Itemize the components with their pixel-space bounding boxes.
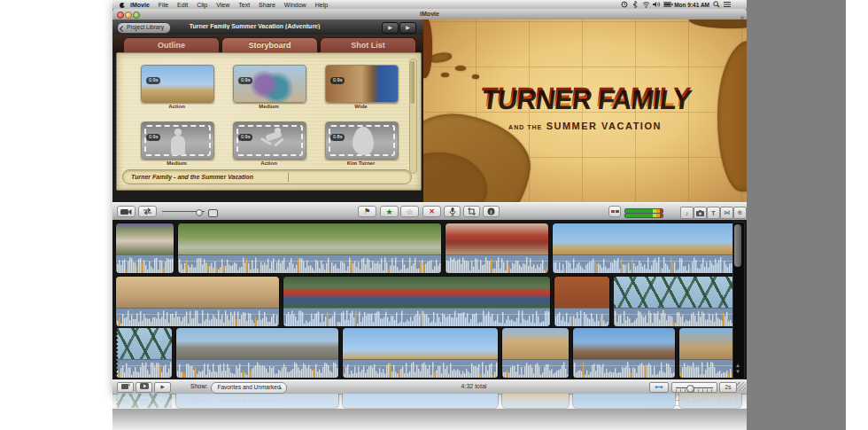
clip-label: Kim Turner — [325, 160, 397, 166]
event-clip[interactable] — [502, 328, 569, 378]
storyboard-placeholder-medium[interactable]: 0.9s — [141, 121, 214, 160]
battery-icon[interactable] — [663, 1, 670, 8]
audio-waveform — [502, 359, 569, 378]
tab-outline[interactable]: Outline — [123, 37, 220, 53]
fullscreen-icon[interactable] — [737, 11, 744, 18]
surface-reflection: ▶ Show: Favorites and Unmarked 4:32 tota… — [112, 394, 747, 430]
menu-text[interactable]: Text — [234, 2, 254, 8]
show-filter-dropdown[interactable]: Favorites and Unmarked▲▼ — [211, 382, 287, 394]
event-clip[interactable] — [553, 223, 739, 273]
photo-browser-button[interactable] — [694, 207, 707, 219]
crop-button[interactable] — [463, 206, 480, 217]
event-clip[interactable] — [343, 328, 498, 378]
time-machine-icon[interactable] — [621, 1, 628, 8]
clip-filmstrip — [116, 328, 172, 360]
event-clip[interactable] — [116, 328, 172, 378]
event-clip[interactable] — [554, 277, 609, 326]
menu-help[interactable]: Help — [311, 2, 332, 8]
transitions-browser-button[interactable]: ⋈ — [720, 207, 733, 219]
trailer-title-field[interactable]: Turner Family - and the Summer Vacation — [122, 169, 412, 184]
resize-grip[interactable] — [737, 382, 746, 391]
play-in-monitor-button[interactable]: ▶ — [382, 22, 399, 34]
zoom-slider-knob[interactable] — [686, 385, 694, 393]
slider-thumb[interactable] — [196, 209, 203, 216]
gray-placeholder-band — [747, 0, 846, 430]
volume-icon[interactable] — [653, 1, 660, 8]
scrollbar-arrows[interactable]: ▲▼ — [733, 363, 742, 377]
clip-size-button[interactable] — [649, 382, 669, 393]
show-label: Show: — [190, 383, 207, 389]
storyboard-scrollbar[interactable] — [409, 59, 417, 174]
viewer-preview: TURNER FAMILY AND THE SUMMER VACATION — [423, 20, 747, 202]
music-browser-button[interactable]: ♪ — [680, 207, 694, 219]
audio-waveform — [116, 308, 279, 326]
trailer-tab-bar: Outline Storyboard Shot List — [112, 35, 423, 52]
imovie-screen: iMovie File Edit Clip View Text Share Wi… — [112, 0, 747, 393]
project-header: Project Library Turner Family Summer Vac… — [112, 20, 423, 35]
event-clip[interactable] — [573, 328, 675, 378]
keyword-tool-button[interactable]: ⚑ — [358, 206, 376, 217]
info-button[interactable]: i — [483, 206, 500, 217]
event-clip[interactable] — [283, 277, 550, 326]
project-library-button[interactable]: Project Library — [117, 22, 171, 34]
unmark-button[interactable]: ☆ — [400, 206, 419, 217]
audio-waveform — [343, 359, 498, 378]
trailer-title-text: TURNER FAMILY — [423, 83, 747, 111]
event-clip[interactable] — [614, 277, 741, 326]
menu-edit[interactable]: Edit — [173, 2, 192, 8]
menu-clock[interactable]: Mon 9:41 AM — [674, 2, 709, 8]
event-clip[interactable] — [176, 328, 338, 378]
storyboard-clip-medium[interactable]: 0.9s — [233, 65, 306, 103]
storyboard-placeholder-kim[interactable]: 0.8s — [325, 121, 399, 160]
browser-scrollbar[interactable]: ▲▼ — [732, 222, 745, 379]
audio-skim-button[interactable] — [608, 206, 621, 217]
project-panel: Project Library Turner Family Summer Vac… — [112, 20, 423, 202]
clip-filmstrip — [554, 277, 609, 309]
maps-browser-button[interactable]: ⊕ — [733, 207, 747, 219]
event-clip[interactable] — [116, 277, 279, 326]
event-clip[interactable] — [178, 223, 441, 273]
audio-waveform — [446, 254, 548, 273]
photos-filter-button[interactable] — [117, 382, 134, 393]
menu-window[interactable]: Window — [280, 2, 311, 8]
import-camera-button[interactable] — [117, 206, 136, 217]
reject-button[interactable]: ✕ — [422, 206, 441, 217]
thumbnail-size-slider[interactable] — [162, 211, 205, 212]
menu-view[interactable]: View — [212, 2, 234, 8]
main-toolbar: ⚑ ★ ☆ ✕ i ♪ T ⋈ ⊕ — [112, 202, 747, 222]
titles-browser-button[interactable]: T — [707, 207, 720, 219]
event-clip[interactable] — [116, 223, 174, 273]
marketing-canvas: iMovie File Edit Clip View Text Share Wi… — [0, 0, 868, 430]
project-title: Turner Family Summer Vacation (Adventure… — [183, 23, 326, 29]
tab-shot-list[interactable]: Shot List — [320, 37, 416, 53]
menu-file[interactable]: File — [154, 2, 173, 8]
audio-waveform — [283, 308, 550, 326]
browser-scrollbar-thumb[interactable] — [734, 224, 741, 267]
menu-clip[interactable]: Clip — [192, 2, 212, 8]
favorite-button[interactable]: ★ — [380, 206, 399, 217]
play-selection-button[interactable] — [136, 382, 152, 393]
storyboard-clip-wide[interactable]: 0.9s — [325, 65, 399, 103]
apple-menu-icon[interactable] — [120, 2, 126, 8]
swap-events-projects-button[interactable] — [138, 206, 157, 217]
wifi-icon[interactable] — [642, 1, 649, 8]
menu-share[interactable]: Share — [254, 2, 280, 8]
storyboard-clip-action[interactable]: 0.9s — [141, 65, 214, 103]
audio-waveform — [614, 308, 741, 326]
menu-imovie[interactable]: iMovie — [126, 2, 154, 8]
text-caret — [288, 173, 289, 182]
storyboard-placeholder-action[interactable]: 0.9s — [233, 121, 306, 160]
clip-filmstrip — [446, 223, 548, 255]
voiceover-button[interactable] — [444, 206, 461, 217]
list-menu-icon[interactable] — [724, 1, 731, 8]
tab-storyboard[interactable]: Storyboard — [221, 37, 318, 53]
total-duration: 4:32 total — [438, 383, 509, 389]
bluetooth-icon[interactable] — [632, 1, 639, 8]
spotlight-icon[interactable] — [713, 1, 720, 8]
event-clip[interactable] — [446, 223, 548, 273]
browser-footer-bar: ▶ Show: Favorites and Unmarked▲▼ 4:32 to… — [112, 379, 747, 395]
play-fullscreen-button[interactable]: ▶ — [399, 22, 416, 34]
scrollbar-thumb[interactable] — [410, 61, 415, 104]
zoom-slider[interactable] — [671, 382, 717, 393]
play-button[interactable]: ▶ — [154, 382, 171, 393]
